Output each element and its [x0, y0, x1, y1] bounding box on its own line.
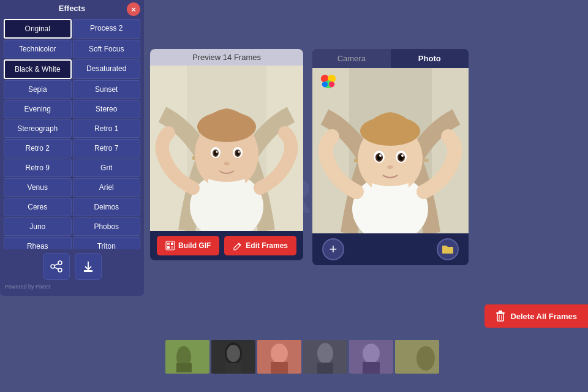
- effect-deimos[interactable]: Deimos: [73, 198, 141, 216]
- thumbnail-6[interactable]: [395, 340, 439, 374]
- photo-tab[interactable]: Photo: [391, 49, 469, 68]
- svg-rect-67: [317, 363, 333, 374]
- thumbnails-bar: [165, 340, 439, 374]
- powered-by: Powered by Pixect: [0, 282, 144, 291]
- tab-bar: Camera Photo: [312, 49, 469, 68]
- camera-tab[interactable]: Camera: [312, 49, 391, 68]
- thumbnail-4[interactable]: [303, 340, 347, 374]
- svg-rect-51: [499, 311, 502, 312]
- svg-rect-23: [167, 243, 170, 245]
- effect-juno[interactable]: Juno: [4, 217, 72, 236]
- effect-grit[interactable]: Grit: [73, 159, 141, 177]
- svg-point-21: [224, 162, 230, 165]
- effect-ariel[interactable]: Ariel: [73, 178, 141, 197]
- effect-retro1[interactable]: Retro 1: [73, 119, 141, 138]
- svg-rect-24: [171, 243, 173, 245]
- svg-rect-61: [226, 363, 241, 374]
- svg-point-49: [401, 154, 404, 157]
- apple-logo-icon: [320, 74, 337, 91]
- preview-title: Preview 14 Frames: [150, 49, 303, 66]
- effect-retro7[interactable]: Retro 7: [73, 139, 141, 157]
- thumbnail-3[interactable]: [257, 340, 301, 374]
- svg-point-20: [238, 151, 240, 153]
- close-button[interactable]: ×: [127, 2, 140, 16]
- svg-point-31: [322, 81, 328, 87]
- effect-evening[interactable]: Evening: [4, 100, 72, 118]
- effect-retro9[interactable]: Retro 9: [4, 159, 72, 177]
- svg-point-1: [51, 265, 55, 268]
- preview-image: [150, 66, 303, 231]
- download-button[interactable]: [75, 253, 102, 280]
- svg-point-0: [58, 261, 62, 265]
- photo-card: Camera Photo: [312, 49, 469, 265]
- effect-phobos[interactable]: Phobos: [73, 217, 141, 236]
- effect-soft-focus[interactable]: Soft Focus: [73, 40, 141, 58]
- effect-stereo[interactable]: Stereo: [73, 100, 141, 118]
- delete-all-button[interactable]: Delete All Frames: [484, 304, 588, 328]
- effect-ceres[interactable]: Ceres: [4, 198, 72, 216]
- open-folder-button[interactable]: [437, 238, 459, 260]
- svg-point-66: [317, 343, 333, 364]
- svg-point-45: [379, 154, 382, 157]
- effect-desaturated[interactable]: Desaturated: [73, 59, 141, 79]
- svg-point-63: [271, 344, 288, 363]
- photo-actions: +: [312, 233, 469, 265]
- panel-actions: [0, 249, 144, 282]
- thumbnail-1[interactable]: [165, 340, 209, 374]
- svg-rect-64: [271, 362, 288, 374]
- photo-image: [312, 68, 469, 233]
- delete-all-label: Delete All Frames: [510, 312, 577, 321]
- effect-technicolor[interactable]: Technicolor: [4, 40, 72, 58]
- thumbnail-5[interactable]: [349, 340, 393, 374]
- preview-card: Preview 14 Frames: [150, 49, 303, 260]
- build-gif-button[interactable]: Build GIF: [157, 236, 219, 255]
- svg-point-16: [216, 151, 218, 153]
- effect-triton[interactable]: Triton: [73, 237, 141, 249]
- svg-point-60: [227, 345, 240, 362]
- svg-point-2: [58, 268, 62, 272]
- effect-sunset[interactable]: Sunset: [73, 80, 141, 99]
- effect-stereograph[interactable]: Stereograph: [4, 119, 72, 138]
- effect-sepia[interactable]: Sepia: [4, 80, 72, 99]
- svg-line-4: [54, 268, 58, 270]
- svg-rect-57: [176, 363, 192, 372]
- svg-rect-26: [171, 246, 173, 249]
- share-button[interactable]: [43, 253, 70, 280]
- svg-point-69: [363, 344, 380, 363]
- effects-grid: Original Process 2 Technicolor Soft Focu…: [0, 17, 144, 249]
- thumbnail-2[interactable]: [211, 340, 255, 374]
- svg-line-3: [54, 264, 58, 266]
- preview-section: Preview 14 Frames: [150, 49, 303, 260]
- effect-venus[interactable]: Venus: [4, 178, 72, 197]
- effect-black-white[interactable]: Black & White: [4, 59, 72, 79]
- photo-section: Camera Photo: [312, 49, 469, 265]
- svg-rect-25: [167, 246, 170, 249]
- svg-rect-70: [363, 362, 380, 374]
- effect-original[interactable]: Original: [4, 19, 72, 39]
- preview-actions: Build GIF Edit Frames: [150, 231, 303, 260]
- effect-retro2[interactable]: Retro 2: [4, 139, 72, 157]
- effects-header: Effects ×: [0, 0, 144, 17]
- svg-point-72: [417, 346, 435, 371]
- effect-rheas[interactable]: Rheas: [4, 237, 72, 249]
- edit-frames-button[interactable]: Edit Frames: [224, 236, 296, 255]
- svg-point-32: [329, 81, 334, 87]
- effect-process2[interactable]: Process 2: [73, 19, 141, 39]
- add-photo-button[interactable]: +: [322, 238, 344, 260]
- effects-title: Effects: [59, 4, 85, 13]
- effects-panel: Effects × Original Process 2 Technicolor…: [0, 0, 144, 296]
- svg-point-50: [387, 165, 393, 169]
